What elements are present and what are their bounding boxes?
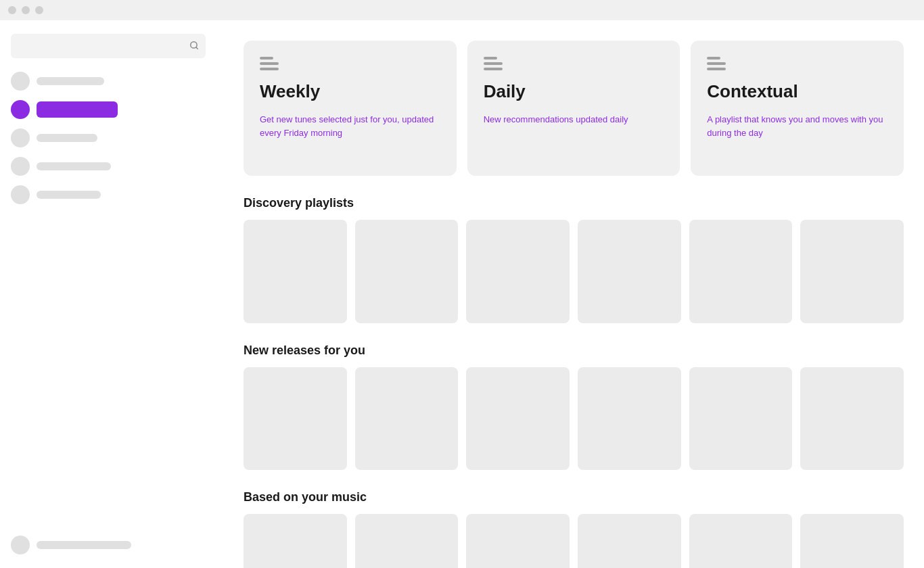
sidebar-item[interactable] — [11, 72, 206, 91]
music-card[interactable] — [578, 514, 681, 568]
based-on-music-title: Based on your music — [244, 490, 904, 504]
sidebar-avatar — [11, 185, 30, 204]
sidebar-item-label — [37, 191, 101, 199]
user-avatar — [11, 536, 30, 554]
daily-title: Daily — [484, 81, 664, 102]
recommendation-type-cards: Weekly Get new tunes selected just for y… — [244, 41, 904, 176]
new-releases-grid — [244, 367, 904, 471]
playlist-card[interactable] — [689, 220, 793, 323]
icon-bar — [484, 68, 503, 70]
new-releases-section: New releases for you — [244, 344, 904, 471]
icon-bar — [260, 62, 279, 65]
based-on-music-grid — [244, 514, 904, 568]
sidebar-avatar — [11, 157, 30, 176]
sidebar — [0, 20, 216, 568]
app-layout: Weekly Get new tunes selected just for y… — [0, 20, 924, 568]
discovery-playlists-title: Discovery playlists — [244, 196, 904, 210]
release-card[interactable] — [689, 367, 793, 471]
titlebar — [0, 0, 924, 20]
sidebar-avatar-active — [11, 100, 30, 119]
sidebar-avatar — [11, 128, 30, 147]
discovery-playlists-section: Discovery playlists — [244, 196, 904, 323]
icon-bar — [260, 57, 273, 60]
svg-line-1 — [196, 47, 198, 49]
release-card[interactable] — [578, 367, 681, 471]
sidebar-item[interactable] — [11, 128, 206, 147]
sidebar-avatar — [11, 72, 30, 91]
lines-icon — [707, 57, 726, 70]
playlist-card[interactable] — [578, 220, 681, 323]
release-card[interactable] — [466, 367, 570, 471]
discovery-playlists-grid — [244, 220, 904, 323]
playlist-card[interactable] — [466, 220, 570, 323]
weekly-card[interactable]: Weekly Get new tunes selected just for y… — [244, 41, 457, 176]
contextual-description: A playlist that knows you and moves with… — [707, 113, 887, 139]
playlist-card[interactable] — [800, 220, 904, 323]
weekly-card-icon — [260, 57, 440, 70]
icon-bar — [707, 57, 720, 60]
icon-bar — [260, 68, 279, 70]
music-card[interactable] — [800, 514, 904, 568]
daily-description: New recommendations updated daily — [484, 113, 664, 126]
main-content: Weekly Get new tunes selected just for y… — [216, 20, 924, 568]
titlebar-dot-yellow — [22, 6, 30, 14]
titlebar-dot-red — [8, 6, 16, 14]
release-card[interactable] — [355, 367, 459, 471]
titlebar-dot-green — [35, 6, 43, 14]
music-card[interactable] — [244, 514, 347, 568]
contextual-title: Contextual — [707, 81, 887, 102]
search-input[interactable] — [18, 41, 184, 51]
weekly-title: Weekly — [260, 81, 440, 102]
sidebar-nav-list — [11, 72, 206, 204]
music-card[interactable] — [689, 514, 793, 568]
based-on-music-section: Based on your music — [244, 490, 904, 568]
release-card[interactable] — [800, 367, 904, 471]
weekly-description: Get new tunes selected just for you, upd… — [260, 113, 440, 139]
lines-icon — [484, 57, 503, 70]
new-releases-title: New releases for you — [244, 344, 904, 358]
contextual-card-icon — [707, 57, 887, 70]
icon-bar — [484, 57, 497, 60]
music-card[interactable] — [355, 514, 459, 568]
sidebar-item-label — [37, 77, 104, 85]
playlist-card[interactable] — [244, 220, 347, 323]
daily-card-icon — [484, 57, 664, 70]
sidebar-item[interactable] — [11, 185, 206, 204]
user-name-skeleton — [37, 541, 131, 549]
icon-bar — [707, 68, 726, 70]
sidebar-item-label-active — [37, 101, 118, 118]
search-bar[interactable] — [11, 34, 206, 58]
sidebar-item-label — [37, 162, 111, 170]
daily-card[interactable]: Daily New recommendations updated daily — [467, 41, 680, 176]
sidebar-item-active[interactable] — [11, 100, 206, 119]
icon-bar — [484, 62, 503, 65]
sidebar-item-label — [37, 134, 97, 142]
sidebar-item[interactable] — [11, 157, 206, 176]
lines-icon — [260, 57, 279, 70]
sidebar-user-area[interactable] — [11, 536, 206, 554]
icon-bar — [707, 62, 726, 65]
release-card[interactable] — [244, 367, 347, 471]
playlist-card[interactable] — [355, 220, 459, 323]
music-card[interactable] — [466, 514, 570, 568]
search-icon — [189, 41, 199, 52]
contextual-card[interactable]: Contextual A playlist that knows you and… — [691, 41, 904, 176]
